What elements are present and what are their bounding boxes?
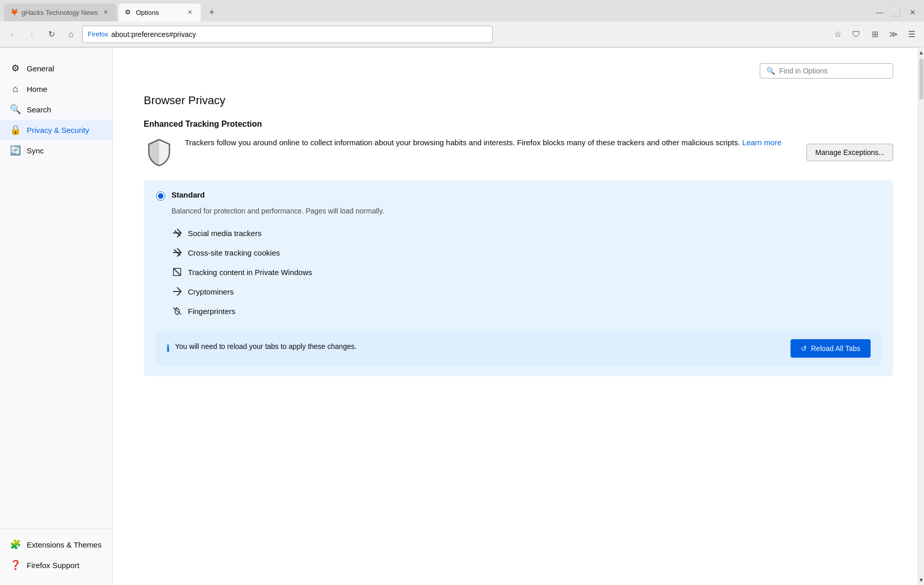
shield-nav-icon[interactable]: 🛡 bbox=[848, 26, 864, 43]
standard-description: Balanced for protection and performance.… bbox=[171, 207, 881, 215]
grid-icon[interactable]: ⊞ bbox=[867, 26, 883, 43]
sidebar-label-general: General bbox=[27, 64, 54, 73]
scroll-down-arrow[interactable]: ▼ bbox=[918, 575, 924, 585]
lock-icon: 🔒 bbox=[10, 125, 21, 135]
find-search-icon: 🔍 bbox=[766, 67, 775, 75]
tracker-item-finger: Fingerprinters bbox=[171, 301, 881, 321]
tracking-text: Trackers follow you around online to col… bbox=[185, 137, 796, 149]
learn-more-link[interactable]: Learn more bbox=[742, 138, 782, 147]
svg-line-1 bbox=[177, 229, 181, 233]
sidebar-bottom: 🧩 Extensions & Themes ❓ Firefox Support bbox=[0, 529, 112, 575]
find-options-input[interactable] bbox=[779, 67, 882, 75]
crypto-tracker-icon bbox=[171, 286, 183, 297]
tracker-list: Social media trackers Cross-site trackin… bbox=[171, 223, 881, 321]
reload-notice-message: You will need to reload your tabs to app… bbox=[175, 341, 357, 352]
cookies-tracker-label: Cross-site tracking cookies bbox=[188, 248, 280, 257]
maximize-button[interactable]: ⬜ bbox=[889, 5, 903, 20]
options-tab-close[interactable]: ✕ bbox=[185, 8, 195, 17]
sidebar-item-general[interactable]: ⚙ General bbox=[0, 58, 112, 79]
shield-icon-wrap bbox=[144, 137, 175, 168]
standard-label[interactable]: Standard bbox=[171, 190, 205, 199]
window-controls: — ⬜ ✕ bbox=[873, 5, 920, 20]
address-bar[interactable]: Firefox bbox=[82, 26, 493, 43]
find-options-input-wrap[interactable]: 🔍 bbox=[760, 63, 893, 79]
options-tab-title: Options bbox=[136, 9, 182, 16]
minimize-button[interactable]: — bbox=[873, 5, 887, 20]
tab-bar: 🦊 gHacks Technology News ✕ ⚙ Options ✕ +… bbox=[0, 0, 924, 22]
tab-options[interactable]: ⚙ Options ✕ bbox=[119, 4, 201, 21]
ghacks-favicon: 🦊 bbox=[10, 8, 18, 16]
tracker-item-crypto: Cryptominers bbox=[171, 282, 881, 301]
sidebar-item-home[interactable]: ⌂ Home bbox=[0, 79, 112, 99]
scrollbar[interactable]: ▲ ▼ bbox=[918, 47, 924, 585]
options-favicon: ⚙ bbox=[125, 8, 133, 16]
nav-right-controls: ☆ 🛡 ⊞ ≫ ☰ bbox=[830, 26, 920, 43]
manage-exceptions-button[interactable]: Manage Exceptions... bbox=[806, 144, 893, 161]
social-tracker-icon bbox=[171, 227, 183, 239]
tracker-item-private: Tracking content in Private Windows bbox=[171, 262, 881, 282]
crypto-tracker-label: Cryptominers bbox=[188, 287, 234, 296]
sidebar-label-privacy: Privacy & Security bbox=[27, 126, 89, 134]
sidebar-label-support: Firefox Support bbox=[27, 561, 80, 570]
page-title: Browser Privacy bbox=[144, 94, 893, 107]
sidebar-label-sync: Sync bbox=[27, 146, 44, 155]
reload-icon: ↺ bbox=[801, 344, 807, 353]
scroll-thumb[interactable] bbox=[919, 59, 923, 100]
cookies-tracker-icon bbox=[171, 247, 183, 258]
sidebar-label-extensions: Extensions & Themes bbox=[27, 540, 102, 549]
bookmark-icon[interactable]: ☆ bbox=[830, 26, 846, 43]
sidebar-label-home: Home bbox=[27, 85, 47, 93]
find-options-bar: 🔍 bbox=[144, 63, 893, 79]
support-icon: ❓ bbox=[10, 560, 21, 570]
reload-all-tabs-button[interactable]: ↺ Reload All Tabs bbox=[791, 339, 871, 358]
extensions-icon: 🧩 bbox=[10, 539, 21, 550]
standard-option: Standard bbox=[156, 190, 881, 201]
page-container: ⚙ General ⌂ Home 🔍 Search 🔒 Privacy & Se… bbox=[0, 48, 924, 585]
more-icon[interactable]: ≫ bbox=[885, 26, 901, 43]
reload-notice: ℹ You will need to reload your tabs to a… bbox=[156, 331, 881, 366]
svg-line-11 bbox=[177, 287, 181, 291]
private-tracker-icon bbox=[171, 266, 183, 278]
svg-line-9 bbox=[174, 268, 181, 276]
home-button[interactable]: ⌂ bbox=[63, 26, 79, 43]
protection-box: Standard Balanced for protection and per… bbox=[144, 180, 893, 376]
tracker-item-social: Social media trackers bbox=[171, 223, 881, 243]
sidebar-item-support[interactable]: ❓ Firefox Support bbox=[0, 555, 112, 575]
standard-radio[interactable] bbox=[156, 191, 165, 201]
scroll-up-arrow[interactable]: ▲ bbox=[918, 47, 924, 57]
navigation-bar: ‹ › ↻ ⌂ Firefox ☆ 🛡 ⊞ ≫ ☰ bbox=[0, 22, 924, 47]
tracker-item-cookies: Cross-site tracking cookies bbox=[171, 243, 881, 262]
shield-icon bbox=[146, 139, 172, 167]
general-icon: ⚙ bbox=[10, 63, 21, 73]
social-tracker-label: Social media trackers bbox=[188, 229, 261, 238]
finger-tracker-icon bbox=[171, 305, 183, 317]
reload-button[interactable]: ↻ bbox=[43, 26, 60, 43]
back-button[interactable]: ‹ bbox=[4, 26, 21, 43]
home-icon: ⌂ bbox=[10, 84, 21, 94]
ghacks-tab-title: gHacks Technology News bbox=[22, 9, 98, 16]
svg-line-5 bbox=[177, 248, 181, 252]
reload-notice-text: ℹ You will need to reload your tabs to a… bbox=[166, 341, 791, 356]
sidebar-item-sync[interactable]: 🔄 Sync bbox=[0, 140, 112, 161]
tracking-description-row: Trackers follow you around online to col… bbox=[144, 137, 893, 168]
new-tab-button[interactable]: + bbox=[205, 5, 219, 20]
sidebar-item-extensions[interactable]: 🧩 Extensions & Themes bbox=[0, 534, 112, 555]
sidebar-item-search[interactable]: 🔍 Search bbox=[0, 99, 112, 120]
sidebar-item-privacy[interactable]: 🔒 Privacy & Security bbox=[0, 120, 112, 140]
close-button[interactable]: ✕ bbox=[906, 5, 920, 20]
ghacks-tab-close[interactable]: ✕ bbox=[101, 8, 110, 17]
main-content: 🔍 Browser Privacy Enhanced Tracking Prot… bbox=[113, 48, 924, 585]
section-title: Enhanced Tracking Protection bbox=[144, 120, 893, 129]
tracking-text-wrap: Trackers follow you around online to col… bbox=[185, 137, 796, 149]
sidebar: ⚙ General ⌂ Home 🔍 Search 🔒 Privacy & Se… bbox=[0, 48, 113, 585]
forward-button[interactable]: › bbox=[24, 26, 40, 43]
sidebar-nav: ⚙ General ⌂ Home 🔍 Search 🔒 Privacy & Se… bbox=[0, 58, 112, 529]
search-icon: 🔍 bbox=[10, 104, 21, 114]
info-icon: ℹ bbox=[166, 342, 170, 356]
sync-icon: 🔄 bbox=[10, 145, 21, 155]
reload-btn-label: Reload All Tabs bbox=[811, 344, 860, 353]
address-input[interactable] bbox=[111, 30, 487, 38]
firefox-label: Firefox bbox=[88, 30, 108, 38]
menu-icon[interactable]: ☰ bbox=[903, 26, 920, 43]
tab-ghacks[interactable]: 🦊 gHacks Technology News ✕ bbox=[4, 4, 117, 21]
